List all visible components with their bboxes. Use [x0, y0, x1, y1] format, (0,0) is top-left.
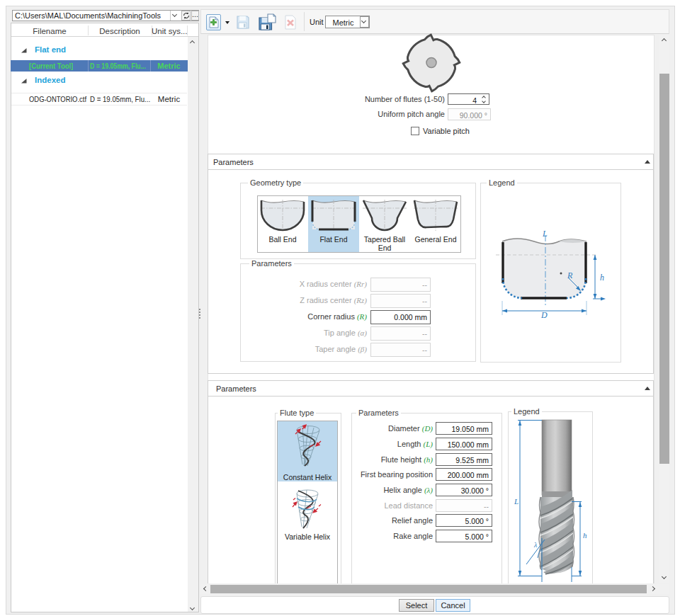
svg-text:h: h: [600, 273, 604, 283]
svg-text:h: h: [583, 531, 587, 540]
svg-text:λ: λ: [533, 541, 538, 549]
svg-text:D: D: [540, 310, 548, 320]
svg-text:L: L: [514, 497, 518, 506]
svg-text:L: L: [542, 229, 548, 239]
